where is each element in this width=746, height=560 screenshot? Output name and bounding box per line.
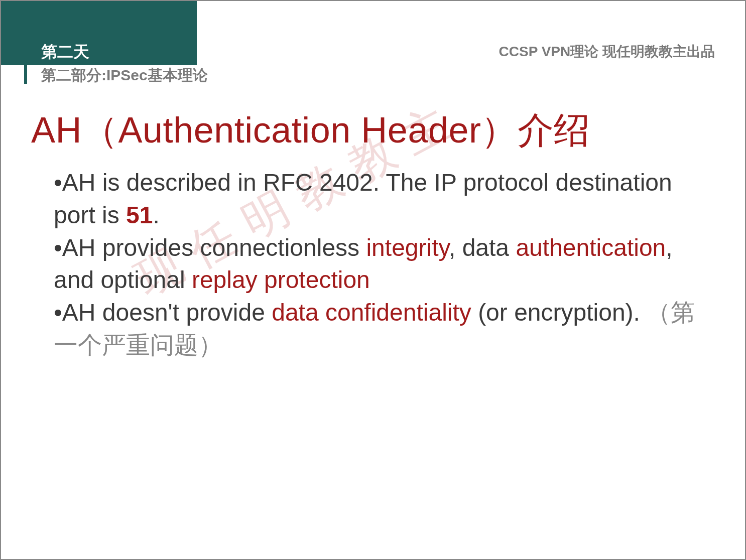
course-label: CCSP VPN理论 现任明教教主出品 [499, 42, 715, 61]
bullet-2-mid1: , data [449, 234, 516, 261]
slide-title: AH（Authentication Header）介绍 [31, 106, 590, 155]
bullet-2-authentication: authentication [516, 234, 666, 261]
bullet-1-post: . [153, 202, 159, 228]
bullet-3-mid: (or encryption). [471, 299, 647, 326]
bullet-2-pre: •AH provides connectionless [54, 234, 366, 261]
bullet-3-confidentiality: data confidentiality [272, 299, 471, 326]
header-block [1, 1, 197, 65]
day-label: 第二天 [41, 41, 89, 63]
slide: 第二天 第二部分:IPSec基本理论 CCSP VPN理论 现任明教教主出品 现… [0, 0, 746, 560]
header-accent-bar [24, 1, 27, 84]
bullet-3-pre: •AH doesn't provide [54, 299, 272, 326]
section-label: 第二部分:IPSec基本理论 [41, 65, 208, 86]
bullet-1-port: 51 [126, 202, 153, 228]
bullet-2-replay: replay protection [192, 266, 370, 293]
bullet-2-integrity: integrity [366, 234, 449, 261]
slide-content: •AH is described in RFC 2402. The IP pro… [54, 167, 696, 362]
